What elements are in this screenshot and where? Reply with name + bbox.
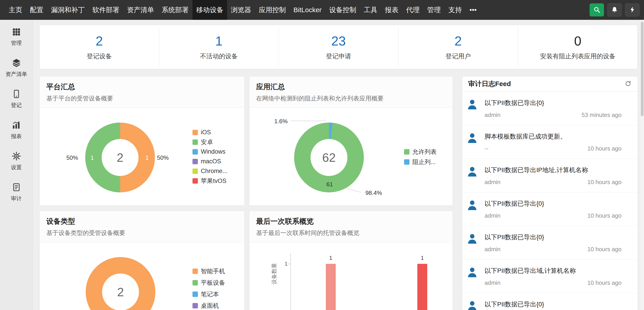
scrollbar-thumb[interactable] [641, 22, 644, 116]
legend-swatch [192, 149, 198, 154]
stat-enrollment-requests: 23 登记申请 [279, 27, 398, 67]
audit-time: 53 minutes ago [582, 111, 622, 118]
summary-stats-card: 2 登记设备 1 不活动的设备 23 登记申请 2 登记用户 0 安装有阻止 [39, 25, 638, 69]
audit-message: 以下PII数据已导出{0} [484, 99, 630, 107]
legend-swatch [192, 268, 198, 274]
audit-time: 10 hours ago [587, 145, 622, 152]
bar-segment[interactable] [417, 264, 427, 310]
slice-value-label: 61 [323, 181, 336, 188]
sidebar-item-reports[interactable]: 报表 [0, 114, 32, 145]
nav-item-reports[interactable]: 报表 [381, 0, 402, 20]
notification-button[interactable] [607, 3, 622, 17]
sidebar-item-label: 设置 [11, 164, 22, 171]
nav-item-device-control[interactable]: 设备控制 [325, 0, 360, 20]
main-content: 2 登记设备 1 不活动的设备 23 登记申请 2 登记用户 0 安装有阻止 [33, 20, 644, 310]
last-contact-bar-chart: 设备数量 1 1 1 [249, 242, 453, 310]
search-button[interactable] [590, 3, 604, 17]
legend-item-ios[interactable]: iOS [192, 127, 228, 137]
platform-summary-card: 平台汇总 基于平台的受管设备概要 2 50% 1 1 50% [39, 76, 245, 206]
stat-inactive-devices: 1 不活动的设备 [159, 27, 279, 67]
layers-icon [12, 58, 21, 69]
bar-chart-icon [12, 120, 21, 131]
legend-item-smartphone[interactable]: 智能手机 [192, 265, 225, 277]
sidebar-item-enrollment[interactable]: 登记 [0, 83, 32, 114]
legend-item-tablet[interactable]: 平板设备 [192, 277, 225, 288]
audit-message: 以下PII数据已导出{0} [484, 199, 630, 208]
nav-item-inventory[interactable]: 资产清单 [123, 0, 158, 20]
legend-item-laptop[interactable]: 笔记本 [192, 288, 225, 300]
search-icon [593, 6, 600, 14]
stat-value: 0 [574, 33, 581, 48]
legend-label: 平板设备 [201, 279, 225, 287]
nav-item-bitlocker[interactable]: BitLocker [290, 0, 325, 20]
donut-ring[interactable]: 2 [86, 257, 156, 310]
legend-swatch [404, 149, 410, 154]
quick-actions-button[interactable] [625, 3, 640, 17]
refresh-icon [625, 80, 632, 88]
audit-entry: 脚本模板数据库已成功更新。 --10 hours ago [462, 125, 638, 159]
nav-item-browsers[interactable]: 浏览器 [227, 0, 255, 20]
legend-label: 苹果tvOS [201, 177, 226, 185]
audit-user: admin [484, 179, 500, 186]
sidebar-item-manage[interactable]: 管理 [0, 21, 32, 52]
card-title: 最后一次联系概览 [256, 217, 446, 226]
stat-value-link[interactable]: 1 [215, 33, 222, 48]
audit-time: 10 hours ago [587, 179, 622, 186]
legend-item-blocklist[interactable]: 阻止列... [404, 157, 437, 167]
sidebar-item-label: 登记 [11, 102, 22, 109]
legend-swatch [404, 159, 410, 165]
legend-item-android[interactable]: 安卓 [192, 137, 228, 147]
nav-item-configurations[interactable]: 配置 [26, 0, 47, 20]
legend-item-macos[interactable]: macOS [192, 157, 228, 166]
nav-item-os-deployment[interactable]: 系统部署 [158, 0, 192, 20]
nav-item-agents[interactable]: 代理 [402, 0, 424, 20]
nav-item-app-control[interactable]: 应用控制 [255, 0, 290, 20]
y-axis-tick-label: 1 [276, 261, 288, 267]
nav-item-mobile-devices[interactable]: 移动设备 [192, 0, 227, 20]
stat-value-link[interactable]: 2 [96, 33, 103, 48]
audit-time: 10 hours ago [587, 279, 622, 286]
nav-item-threats-patches[interactable]: 漏洞和补丁 [47, 0, 88, 20]
stat-value-link[interactable]: 23 [331, 33, 346, 48]
left-sidebar: 管理 资产清单 登记 报表 [0, 20, 33, 310]
nav-item-software-deployment[interactable]: 软件部署 [88, 0, 123, 20]
audit-user: admin [484, 111, 500, 118]
stat-value-link[interactable]: 2 [454, 33, 462, 48]
sidebar-item-settings[interactable]: 设置 [0, 145, 32, 177]
user-avatar-icon [466, 233, 478, 245]
card-header: 最后一次联系概览 基于最后一次联系时间的托管设备概览 [249, 211, 453, 242]
slice-percent-label: 1.6% [258, 118, 288, 125]
audit-entry: 以下PII数据已导出域,计算机名称 admin10 hours ago [462, 259, 638, 293]
top-nav: 主页 配置 漏洞和补丁 软件部署 资产清单 系统部署 移动设备 浏览器 应用控制… [0, 0, 644, 20]
audit-message: 以下PII数据已导出{0} [484, 300, 630, 309]
legend-label: 桌面机 [201, 302, 219, 310]
refresh-button[interactable] [623, 79, 633, 89]
mobile-icon [12, 89, 21, 100]
nav-item-support[interactable]: 支持 [444, 0, 466, 20]
audit-title: 审计日志Feed [468, 79, 511, 89]
audit-user: admin [484, 212, 500, 219]
label-connector-line [291, 121, 326, 121]
legend-item-chromeos[interactable]: Chrome... [192, 166, 228, 176]
grid-icon [12, 27, 21, 37]
user-avatar-icon [466, 300, 478, 310]
sidebar-item-inventory[interactable]: 资产清单 [0, 52, 32, 83]
sidebar-item-label: 审计 [11, 195, 22, 202]
nav-item-tools[interactable]: 工具 [360, 0, 381, 20]
legend-swatch [192, 291, 198, 297]
audit-message: 以下PII数据已导出IP地址,计算机名称 [484, 166, 630, 174]
legend-item-allowlist[interactable]: 允许列表 [404, 147, 437, 157]
legend-item-desktop[interactable]: 桌面机 [192, 300, 225, 310]
device-type-card: 设备类型 基于设备类型的受管设备概要 2 智能手机 平板设备 笔记本 [39, 211, 245, 310]
nav-item-more[interactable]: ••• [466, 0, 480, 20]
page-scrollbar [640, 20, 644, 310]
nav-item-home[interactable]: 主页 [5, 0, 26, 20]
platform-donut-chart: 2 50% 1 1 50% iOS 安卓 Windows macOS [40, 108, 244, 206]
card-header: 设备类型 基于设备类型的受管设备概要 [40, 211, 244, 242]
sidebar-item-audit[interactable]: 审计 [0, 177, 32, 208]
bar-segment[interactable] [326, 264, 336, 310]
card-title: 设备类型 [46, 217, 238, 226]
legend-item-windows[interactable]: Windows [192, 147, 228, 157]
nav-item-admin[interactable]: 管理 [424, 0, 444, 20]
legend-item-tvos[interactable]: 苹果tvOS [192, 176, 228, 186]
